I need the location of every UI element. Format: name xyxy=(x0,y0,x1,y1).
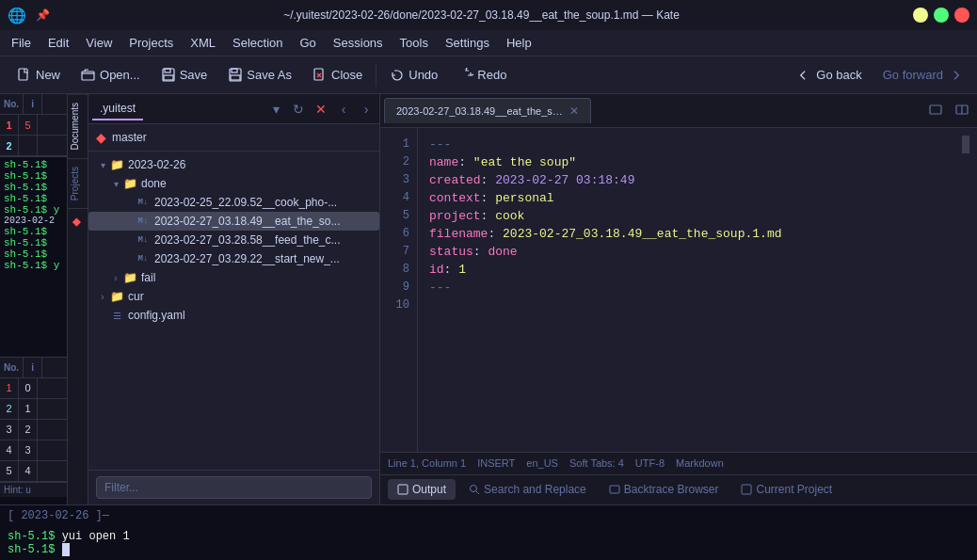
md-icon-file1: M↓ xyxy=(136,195,151,210)
col-no-header: No. xyxy=(0,94,24,114)
tree-item-done[interactable]: ▾ 📁 done xyxy=(88,174,379,193)
tree-view[interactable]: ▾ 📁 2023-02-26 ▾ 📁 done M↓ 2023-02-25_22… xyxy=(88,152,379,470)
filter-input[interactable] xyxy=(96,476,372,499)
panel-tab-yuitest[interactable]: .yuitest xyxy=(92,98,143,120)
close-button[interactable]: Close xyxy=(303,64,372,87)
bottom-col-i: i xyxy=(24,358,42,377)
maximize-button[interactable]: □ xyxy=(934,8,949,23)
tree-item-file3[interactable]: M↓ 2023-02-27_03.28.58__feed_the_c... xyxy=(88,231,379,249)
go-back-button[interactable]: Go back xyxy=(790,64,871,86)
code-line-8: id: 1 xyxy=(429,261,966,279)
new-window-btn[interactable] xyxy=(924,100,947,122)
left-terminal-panel: No. i 1 5 2 sh-5.1$ sh-5.1$ sh-5.1$ sh-5… xyxy=(0,94,68,504)
menu-edit[interactable]: Edit xyxy=(40,33,76,53)
code-editor[interactable]: 1 2 3 4 5 6 7 8 9 10 --- name: "eat the … xyxy=(380,128,977,452)
svg-rect-0 xyxy=(19,69,27,80)
terminal-main[interactable]: sh-5.1$ yui open 1 sh-5.1$ xyxy=(0,526,977,560)
bottom-header-row: No. i xyxy=(0,358,67,378)
titlebar: 🌐 📌 ~/.yuitest/2023-02-26/done/2023-02-2… xyxy=(0,0,977,30)
tree-item-file4[interactable]: M↓ 2023-02-27_03.29.22__start_new_... xyxy=(88,249,379,268)
sidebar-label-projects[interactable]: Projects xyxy=(68,158,88,208)
backtrace-icon xyxy=(609,484,620,495)
expand-arrow-cur: › xyxy=(96,290,109,303)
minimize-button[interactable]: — xyxy=(913,8,928,23)
code-line-9: --- xyxy=(429,279,966,296)
bottom-tab-output[interactable]: Output xyxy=(388,479,456,500)
code-line-4: context: personal xyxy=(429,189,966,207)
number-panel-bottom: No. i 1 0 2 1 3 2 4 3 5 4 xyxy=(0,357,67,482)
tree-item-2023-02-26[interactable]: ▾ 📁 2023-02-26 xyxy=(88,155,379,174)
vsidebar: Documents Projects ◆ xyxy=(68,94,88,504)
code-line-10 xyxy=(429,296,966,314)
status-encoding[interactable]: UTF-8 xyxy=(635,457,665,469)
number-panel-top: No. i 1 5 2 xyxy=(0,94,67,157)
status-language-code[interactable]: en_US xyxy=(526,457,558,469)
project-icon xyxy=(741,484,752,495)
tab-actions xyxy=(924,100,973,122)
tree-item-file1[interactable]: M↓ 2023-02-25_22.09.52__cook_pho-... xyxy=(88,193,379,212)
cursor-highlight xyxy=(962,136,969,153)
bottom-tab-project[interactable]: Current Project xyxy=(731,479,841,500)
new-button[interactable]: New xyxy=(8,64,70,87)
panel-prev-btn[interactable]: ‹ xyxy=(334,100,353,119)
bottom-tab-backtrace[interactable]: Backtrace Browser xyxy=(600,479,729,500)
row-2-i xyxy=(19,136,38,155)
status-tabs[interactable]: Soft Tabs: 4 xyxy=(569,457,624,469)
svg-rect-1 xyxy=(82,72,94,80)
panel-actions: ▾ ↻ ✕ ‹ › xyxy=(266,100,376,119)
tree-label-file4: 2023-02-27_03.29.22__start_new_... xyxy=(154,252,340,265)
go-forward-button[interactable]: Go forward xyxy=(873,64,969,86)
editor-tab-main[interactable]: 2023-02-27_03.18.49__eat_the_soup.1.md ✕ xyxy=(384,98,591,123)
terminal-line-2: sh-5.1$ xyxy=(8,543,969,556)
redo-button[interactable]: Redo xyxy=(449,64,516,87)
yaml-icon-config: ☰ xyxy=(109,308,124,323)
git-branch-bar: ◆ master xyxy=(88,124,379,152)
folder-icon-2023-02-26: 📁 xyxy=(109,157,124,172)
split-view-btn[interactable] xyxy=(951,100,973,122)
file-browser: .yuitest ▾ ↻ ✕ ‹ › ◆ master ▾ 📁 2023-02-… xyxy=(88,94,380,504)
hint-text: Hint: u xyxy=(0,482,67,497)
menu-settings[interactable]: Settings xyxy=(438,33,497,53)
panel-dropdown-btn[interactable]: ▾ xyxy=(266,100,285,119)
panel-tabs: .yuitest ▾ ↻ ✕ ‹ › xyxy=(88,94,379,124)
open-icon xyxy=(81,68,96,83)
bottom-panel: Output Search and Replace Backtrace Brow… xyxy=(380,474,977,504)
menu-go[interactable]: Go xyxy=(293,33,324,53)
menu-xml[interactable]: XML xyxy=(183,33,223,53)
tab-close-btn[interactable]: ✕ xyxy=(569,104,579,118)
menu-tools[interactable]: Tools xyxy=(392,33,436,53)
save-as-button[interactable]: Save As xyxy=(218,64,301,87)
tree-item-file2[interactable]: M↓ 2023-02-27_03.18.49__eat_the_so... xyxy=(88,212,379,231)
menu-sessions[interactable]: Sessions xyxy=(326,33,391,53)
svg-rect-4 xyxy=(164,75,173,80)
menu-view[interactable]: View xyxy=(78,33,120,53)
status-mode[interactable]: INSERT xyxy=(477,457,515,469)
menu-file[interactable]: File xyxy=(4,33,39,53)
tree-item-config[interactable]: ☰ config.yaml xyxy=(88,306,379,325)
code-line-3: created: 2023-02-27 03:18:49 xyxy=(429,171,966,189)
close-window-button[interactable]: ✕ xyxy=(954,8,969,23)
terminal-cmd xyxy=(0,497,67,504)
status-position[interactable]: Line 1, Column 1 xyxy=(388,457,466,469)
bottom-tab-search[interactable]: Search and Replace xyxy=(459,479,596,500)
status-language[interactable]: Markdown xyxy=(676,457,724,469)
tree-item-fail[interactable]: › 📁 fail xyxy=(88,268,379,287)
panel-next-btn[interactable]: › xyxy=(357,100,376,119)
sidebar-label-git[interactable]: ◆ xyxy=(68,208,88,237)
panel-refresh-btn[interactable]: ↻ xyxy=(289,100,308,119)
save-button[interactable]: Save xyxy=(152,64,217,87)
sidebar-label-documents[interactable]: Documents xyxy=(68,94,88,158)
open-button[interactable]: Open... xyxy=(72,64,150,87)
menu-projects[interactable]: Projects xyxy=(121,33,181,53)
filter-bar xyxy=(88,470,379,504)
undo-button[interactable]: Undo xyxy=(380,64,447,87)
menu-help[interactable]: Help xyxy=(499,33,539,53)
code-content[interactable]: --- name: "eat the soup" created: 2023-0… xyxy=(418,128,977,452)
tree-item-cur[interactable]: › 📁 cur xyxy=(88,287,379,306)
main-area: No. i 1 5 2 sh-5.1$ sh-5.1$ sh-5.1$ sh-5… xyxy=(0,94,977,504)
menu-selection[interactable]: Selection xyxy=(225,33,290,53)
undo-icon xyxy=(390,68,405,83)
bottom-col-no: No. xyxy=(0,358,24,377)
panel-close-btn[interactable]: ✕ xyxy=(312,100,330,119)
svg-rect-3 xyxy=(165,69,170,72)
